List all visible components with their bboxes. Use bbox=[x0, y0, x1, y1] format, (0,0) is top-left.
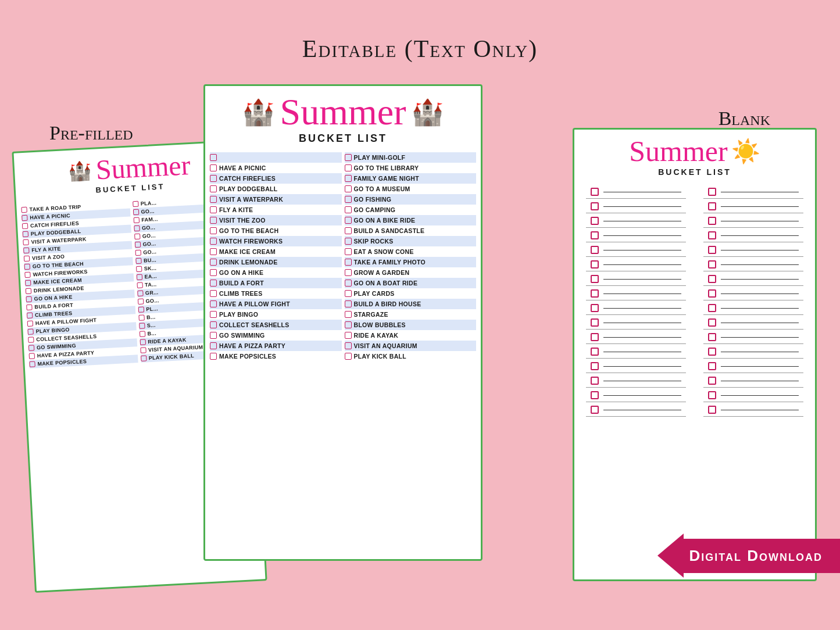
blank-row bbox=[586, 389, 686, 402]
list-item: COLLECT SEASHELLS bbox=[210, 320, 342, 330]
card-right-header: Summer ☀️ BUCKET LIST bbox=[574, 130, 815, 181]
blank-row bbox=[703, 389, 803, 402]
blank-row bbox=[703, 374, 803, 388]
blank-row bbox=[586, 244, 686, 257]
banner-container: Digital Download bbox=[657, 534, 840, 578]
blank-row bbox=[586, 229, 686, 242]
blank-row bbox=[703, 273, 803, 286]
sandcastle-icon-center-right: 🏰 bbox=[412, 97, 444, 127]
summer-title-center: Summer bbox=[280, 92, 406, 133]
list-item: EAT A SNOW CONE bbox=[345, 246, 477, 257]
blank-row bbox=[586, 214, 686, 228]
blank-row bbox=[586, 200, 686, 213]
list-item: HAVE A PILLOW FIGHT bbox=[210, 299, 342, 309]
list-item: BUILD A FORT bbox=[210, 278, 342, 288]
list-item: PLAY DODGEBALL bbox=[210, 184, 342, 194]
blank-row bbox=[703, 287, 803, 300]
blank-row bbox=[586, 302, 686, 315]
blank-row bbox=[703, 200, 803, 213]
label-prefilled: Pre-filled bbox=[49, 122, 133, 144]
list-item: PLAY MINI-GOLF bbox=[345, 152, 477, 163]
list-item: FAMILY GAME NIGHT bbox=[345, 173, 477, 184]
blank-row bbox=[703, 244, 803, 257]
summer-title-right: Summer bbox=[629, 135, 727, 167]
list-item: GO ON A HIKE bbox=[210, 267, 342, 278]
card-editable: 🏰 Summer 🏰 BUCKET LIST HAVE A PICNIC CAT… bbox=[203, 84, 482, 561]
list-item: BUILD A BIRD HOUSE bbox=[345, 299, 477, 309]
blank-row bbox=[703, 403, 803, 417]
list-item: GO ON A BIKE RIDE bbox=[345, 215, 477, 225]
list-item: MAKE ICE CREAM bbox=[210, 246, 342, 257]
list-item: GO TO THE LIBRARY bbox=[345, 163, 477, 173]
items-center: HAVE A PICNIC CATCH FIREFLIES PLAY DODGE… bbox=[205, 152, 481, 366]
blank-col1 bbox=[580, 184, 692, 418]
list-item: BUILD A SANDCASTLE bbox=[345, 225, 477, 236]
summer-title-left: Summer bbox=[95, 150, 191, 185]
list-item: CATCH FIREFLIES bbox=[210, 173, 342, 184]
blank-row bbox=[586, 403, 686, 417]
list-item: DRINK LEMONADE bbox=[210, 257, 342, 267]
list-item: VISIT THE ZOO bbox=[210, 215, 342, 225]
col1-left: TAKE A ROAD TRIP HAVE A PICNIC CATCH FIR… bbox=[21, 200, 138, 368]
col2-center: PLAY MINI-GOLF GO TO THE LIBRARY FAMILY … bbox=[345, 152, 477, 361]
list-item: RIDE A KAYAK bbox=[345, 330, 477, 341]
bucket-list-subtitle-center: BUCKET LIST bbox=[208, 133, 478, 145]
blank-row bbox=[586, 360, 686, 373]
list-item: MAKE POPSICLES bbox=[210, 351, 342, 361]
list-item: FLY A KITE bbox=[210, 205, 342, 215]
list-item: SKIP ROCKS bbox=[345, 236, 477, 246]
blank-row bbox=[586, 345, 686, 359]
bucket-list-subtitle-right: BUCKET LIST bbox=[580, 167, 809, 177]
blank-row bbox=[703, 302, 803, 315]
blank-row bbox=[703, 258, 803, 271]
card-center-header: 🏰 Summer 🏰 BUCKET LIST bbox=[205, 86, 481, 152]
list-item: GO CAMPING bbox=[345, 205, 477, 215]
blank-row bbox=[703, 316, 803, 330]
list-item: GROW A GARDEN bbox=[345, 267, 477, 278]
list-item: WATCH FIREWORKS bbox=[210, 236, 342, 246]
list-item: GO TO THE BEACH bbox=[210, 225, 342, 236]
digital-download-label: Digital Download bbox=[684, 539, 840, 573]
sandcastle-icon-left: 🏰 bbox=[67, 159, 92, 182]
col1-center: HAVE A PICNIC CATCH FIREFLIES PLAY DODGE… bbox=[210, 152, 342, 361]
blank-row bbox=[703, 360, 803, 373]
list-item: GO ON A BOAT RIDE bbox=[345, 278, 477, 288]
blank-row bbox=[586, 316, 686, 330]
blank-row bbox=[586, 258, 686, 271]
list-item bbox=[210, 152, 342, 163]
blank-row bbox=[703, 331, 803, 344]
digital-download-banner: Digital Download bbox=[657, 534, 840, 578]
list-item: HAVE A PICNIC bbox=[210, 163, 342, 173]
list-item: GO FISHING bbox=[345, 194, 477, 205]
blank-row bbox=[703, 185, 803, 199]
card-blank: Summer ☀️ BUCKET LIST bbox=[573, 128, 817, 581]
blank-row bbox=[586, 374, 686, 388]
list-item: GO TO A MUSEUM bbox=[345, 184, 477, 194]
blank-row bbox=[703, 214, 803, 228]
list-item: VISIT AN AQUARIUM bbox=[345, 341, 477, 351]
list-item: PLAY CARDS bbox=[345, 288, 477, 299]
blank-col2 bbox=[698, 184, 809, 418]
blank-row bbox=[586, 287, 686, 300]
blank-row bbox=[586, 331, 686, 344]
label-blank: Blank bbox=[719, 108, 770, 130]
list-item: PLAY KICK BALL bbox=[345, 351, 477, 361]
blank-row bbox=[703, 229, 803, 242]
blank-row bbox=[586, 185, 686, 199]
list-item: TAKE A FAMILY PHOTO bbox=[345, 257, 477, 267]
blank-row bbox=[703, 345, 803, 359]
sun-icon: ☀️ bbox=[731, 138, 760, 165]
list-item: GO SWIMMING bbox=[210, 330, 342, 341]
blank-rows-container bbox=[574, 181, 815, 421]
list-item: STARGAZE bbox=[345, 309, 477, 320]
list-item: VISIT A WATERPARK bbox=[210, 194, 342, 205]
main-title: Editable (Text Only) bbox=[302, 35, 538, 63]
list-item: CLIMB TREES bbox=[210, 288, 342, 299]
sandcastle-icon-center-left: 🏰 bbox=[242, 97, 274, 127]
list-item: PLAY BINGO bbox=[210, 309, 342, 320]
list-item: HAVE A PIZZA PARTY bbox=[210, 341, 342, 351]
blank-row bbox=[586, 273, 686, 286]
list-item: BLOW BUBBLES bbox=[345, 320, 477, 330]
banner-triangle bbox=[657, 534, 684, 578]
